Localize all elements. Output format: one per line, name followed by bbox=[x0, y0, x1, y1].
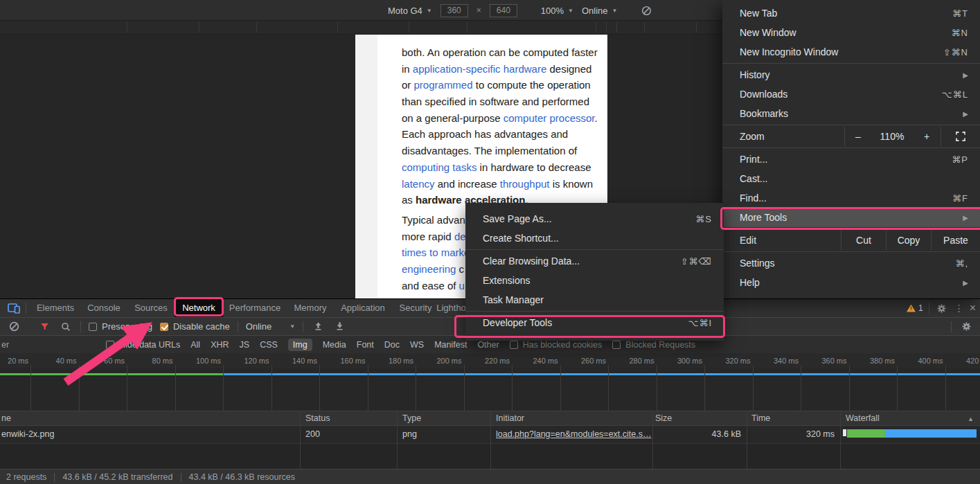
network-overview[interactable] bbox=[0, 368, 980, 411]
has-blocked-cookies-checkbox[interactable]: Has blocked cookies bbox=[510, 340, 603, 350]
network-throttling-select[interactable]: Online ▼ bbox=[246, 321, 296, 332]
tab-memory[interactable]: Memory bbox=[294, 299, 327, 317]
tab-elements[interactable]: Elements bbox=[37, 299, 74, 317]
search-icon[interactable] bbox=[59, 320, 73, 334]
wiki-link[interactable]: u bbox=[459, 280, 465, 292]
wiki-link[interactable]: engineering bbox=[402, 263, 456, 275]
wiki-link[interactable]: de bbox=[454, 231, 466, 242]
device-select-value: Moto G4 bbox=[388, 6, 422, 16]
device-toolbar-toggle-icon[interactable] bbox=[7, 301, 21, 315]
filter-funnel-icon[interactable] bbox=[37, 320, 51, 334]
column-time[interactable]: Time bbox=[751, 413, 770, 423]
preserve-log-checkbox[interactable]: Preserve log bbox=[89, 321, 152, 332]
filter-type-all[interactable]: All bbox=[190, 340, 200, 350]
submenu-item-create-shortcut[interactable]: Create Shortcut... bbox=[465, 228, 724, 248]
menu-item-new-tab[interactable]: New Tab ⌘T bbox=[722, 3, 980, 23]
submenu-item-save-page-as[interactable]: Save Page As... ⌘S bbox=[465, 209, 724, 228]
device-select[interactable]: Moto G4 ▼ bbox=[388, 6, 432, 16]
submenu-item-extensions[interactable]: Extensions bbox=[465, 271, 724, 290]
menu-separator bbox=[722, 125, 980, 125]
disable-cache-checkbox[interactable]: Disable cache bbox=[160, 321, 230, 332]
filter-type-media[interactable]: Media bbox=[323, 340, 346, 350]
tab-performance[interactable]: Performance bbox=[229, 299, 280, 317]
chrome-menu: New Tab ⌘T New Window ⌘N New Incognito W… bbox=[722, 0, 980, 298]
device-throttling-select[interactable]: Online ▼ bbox=[582, 6, 618, 16]
menu-item-find[interactable]: Find... ⌘F bbox=[722, 188, 980, 208]
filter-type-xhr[interactable]: XHR bbox=[211, 340, 229, 350]
menu-item-history[interactable]: History ▶ bbox=[722, 65, 980, 84]
filter-type-doc[interactable]: Doc bbox=[384, 340, 400, 350]
issues-badge[interactable]: 1 bbox=[907, 303, 923, 313]
clear-network-log-icon[interactable] bbox=[7, 320, 21, 334]
filter-type-js[interactable]: JS bbox=[240, 340, 250, 350]
column-waterfall[interactable]: Waterfall bbox=[846, 413, 880, 423]
article-line: in application-specific hardware designe… bbox=[402, 61, 598, 78]
tab-console[interactable]: Console bbox=[87, 299, 121, 317]
tab-application[interactable]: Application bbox=[341, 299, 385, 317]
edit-paste-button[interactable]: Paste bbox=[932, 235, 980, 246]
edit-cut-button[interactable]: Cut bbox=[841, 235, 886, 246]
menu-item-settings[interactable]: Settings ⌘, bbox=[722, 253, 980, 273]
tab-network[interactable]: Network bbox=[175, 299, 223, 317]
checkbox-unchecked bbox=[612, 341, 621, 349]
menu-item-new-window[interactable]: New Window ⌘N bbox=[722, 23, 980, 42]
zoom-in-button[interactable]: + bbox=[913, 131, 941, 142]
submenu-item-clear-browsing-data[interactable]: Clear Browsing Data... ⇧⌘⌫ bbox=[465, 251, 724, 271]
menu-item-downloads[interactable]: Downloads ⌥⌘L bbox=[722, 84, 980, 104]
column-size[interactable]: Size bbox=[655, 413, 672, 423]
submenu-item-task-manager[interactable]: Task Manager bbox=[465, 290, 724, 310]
filter-type-other[interactable]: Other bbox=[477, 340, 499, 350]
media-query-bar[interactable] bbox=[0, 21, 722, 35]
device-zoom-select[interactable]: 100% ▼ bbox=[541, 6, 573, 16]
menu-item-more-tools[interactable]: More Tools ▶ bbox=[722, 208, 980, 227]
timeline-tick-label: 360 ms bbox=[821, 357, 846, 365]
hide-data-urls-checkbox[interactable]: Hide data URLs bbox=[106, 340, 180, 350]
close-icon[interactable]: × bbox=[970, 302, 976, 314]
blocked-requests-checkbox[interactable]: Blocked Requests bbox=[612, 340, 695, 350]
column-type[interactable]: Type bbox=[402, 413, 421, 423]
submenu-item-developer-tools[interactable]: Developer Tools ⌥⌘I bbox=[465, 313, 724, 332]
cell-initiator-link[interactable]: load.php?lang=en&modules=ext.cite.s… bbox=[496, 429, 651, 439]
column-name[interactable]: ne bbox=[1, 413, 11, 423]
zoom-out-button[interactable]: – bbox=[845, 131, 871, 142]
no-throttling-icon[interactable] bbox=[639, 3, 653, 17]
filter-type-css[interactable]: CSS bbox=[260, 340, 278, 350]
device-width-input[interactable] bbox=[440, 4, 468, 17]
filter-input[interactable]: er bbox=[1, 340, 9, 350]
wiki-link[interactable]: throughput bbox=[500, 178, 550, 190]
table-row[interactable]: enwiki-2x.png 200 png load.php?lang=en&m… bbox=[0, 426, 980, 444]
wiki-link[interactable]: computing tasks bbox=[402, 161, 476, 173]
kebab-menu-icon[interactable]: ⋮ bbox=[954, 303, 964, 314]
column-initiator[interactable]: Initiator bbox=[496, 413, 524, 423]
filter-type-ws[interactable]: WS bbox=[410, 340, 424, 350]
timeline-tick-label: 400 ms bbox=[918, 357, 943, 365]
fullscreen-button[interactable] bbox=[941, 132, 980, 141]
device-height-input[interactable] bbox=[490, 4, 517, 17]
import-har-icon[interactable] bbox=[311, 320, 325, 334]
timeline-tick-label: 160 ms bbox=[340, 357, 365, 365]
wiki-link[interactable]: times to marke bbox=[402, 247, 470, 258]
article-line: latency and increase throughput is known bbox=[402, 176, 598, 192]
tab-sources[interactable]: Sources bbox=[134, 299, 168, 317]
export-har-icon[interactable] bbox=[332, 320, 346, 334]
wiki-link[interactable]: programmed bbox=[414, 79, 473, 91]
menu-item-bookmarks[interactable]: Bookmarks ▶ bbox=[722, 104, 980, 123]
menu-item-cast[interactable]: Cast... bbox=[722, 169, 980, 188]
column-status[interactable]: Status bbox=[305, 413, 330, 423]
menu-item-print[interactable]: Print... ⌘P bbox=[722, 150, 980, 169]
filter-type-img[interactable]: Img bbox=[288, 339, 312, 351]
network-settings-gear-icon[interactable] bbox=[959, 320, 973, 334]
filter-type-manifest[interactable]: Manifest bbox=[434, 340, 467, 350]
edit-copy-button[interactable]: Copy bbox=[887, 235, 931, 246]
settings-gear-icon[interactable] bbox=[935, 301, 949, 315]
menu-item-help[interactable]: Help ▶ bbox=[722, 273, 980, 292]
timeline-tick-label: 60 ms bbox=[104, 357, 125, 365]
menu-item-new-incognito-window[interactable]: New Incognito Window ⇧⌘N bbox=[722, 42, 980, 62]
wiki-link[interactable]: application-specific hardware bbox=[413, 63, 546, 75]
tab-security[interactable]: Security bbox=[400, 299, 432, 317]
wiki-link[interactable]: latency bbox=[402, 178, 435, 190]
wiki-link[interactable]: computer processor bbox=[504, 112, 595, 124]
filter-type-font[interactable]: Font bbox=[357, 340, 374, 350]
zoom-level-value: 110% bbox=[871, 131, 913, 142]
timeline-ruler[interactable]: 20 ms40 ms60 ms80 ms100 ms120 ms140 ms16… bbox=[0, 353, 980, 368]
